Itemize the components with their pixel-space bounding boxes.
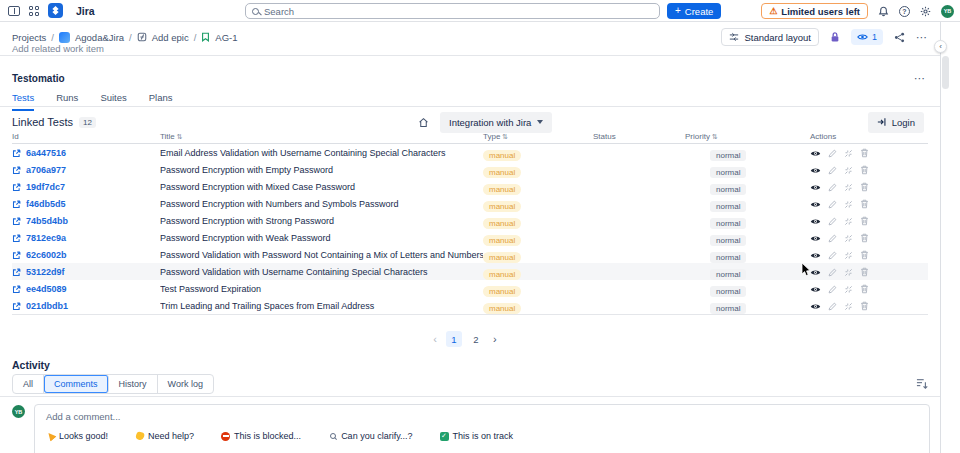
delete-trash-icon[interactable] bbox=[860, 301, 869, 311]
tab-runs[interactable]: Runs bbox=[56, 92, 78, 111]
test-id-link[interactable]: 74b5d4bb bbox=[26, 216, 68, 226]
breadcrumb-projects[interactable]: Projects bbox=[12, 32, 46, 43]
external-link-icon[interactable] bbox=[12, 251, 21, 260]
tab-history[interactable]: History bbox=[109, 375, 158, 393]
edit-pencil-icon[interactable] bbox=[828, 166, 837, 175]
external-link-icon[interactable] bbox=[12, 217, 21, 226]
test-id-link[interactable]: ee4d5089 bbox=[26, 284, 67, 294]
external-link-icon[interactable] bbox=[12, 200, 21, 209]
unlink-icon[interactable] bbox=[844, 268, 853, 277]
quick-reply-blocked[interactable]: This is blocked... bbox=[221, 431, 301, 441]
pagination-next-icon[interactable]: › bbox=[490, 333, 500, 345]
jira-logo[interactable] bbox=[48, 3, 63, 18]
delete-trash-icon[interactable] bbox=[860, 250, 869, 260]
test-id-link[interactable]: 62c6002b bbox=[26, 250, 67, 260]
edit-pencil-icon[interactable] bbox=[828, 302, 837, 311]
pagination-page-1[interactable]: 1 bbox=[446, 331, 462, 347]
external-link-icon[interactable] bbox=[12, 285, 21, 294]
unlink-icon[interactable] bbox=[844, 251, 853, 260]
delete-trash-icon[interactable] bbox=[860, 182, 869, 192]
external-link-icon[interactable] bbox=[12, 149, 21, 158]
user-avatar[interactable]: YB bbox=[941, 5, 954, 18]
tab-plans[interactable]: Plans bbox=[149, 92, 173, 111]
more-actions-icon[interactable]: ⋯ bbox=[916, 31, 928, 44]
edit-pencil-icon[interactable] bbox=[828, 251, 837, 260]
edit-pencil-icon[interactable] bbox=[828, 183, 837, 192]
view-eye-icon[interactable] bbox=[810, 166, 821, 175]
tab-comments[interactable]: Comments bbox=[44, 375, 109, 393]
test-id-link[interactable]: 6a447516 bbox=[26, 148, 66, 158]
view-eye-icon[interactable] bbox=[810, 234, 821, 243]
unlink-icon[interactable] bbox=[844, 183, 853, 192]
col-title[interactable]: Title⇅ bbox=[160, 132, 483, 141]
delete-trash-icon[interactable] bbox=[860, 233, 869, 243]
edit-pencil-icon[interactable] bbox=[828, 200, 837, 209]
unlink-icon[interactable] bbox=[844, 200, 853, 209]
external-link-icon[interactable] bbox=[12, 166, 21, 175]
edit-pencil-icon[interactable] bbox=[828, 285, 837, 294]
col-priority[interactable]: Priority⇅ bbox=[685, 132, 810, 141]
app-switcher-icon[interactable] bbox=[29, 6, 39, 16]
delete-trash-icon[interactable] bbox=[860, 267, 869, 277]
delete-trash-icon[interactable] bbox=[860, 199, 869, 209]
watchers-button[interactable]: 1 bbox=[851, 29, 883, 45]
help-icon[interactable]: ? bbox=[899, 6, 910, 17]
unlink-icon[interactable] bbox=[844, 285, 853, 294]
edit-pencil-icon[interactable] bbox=[828, 149, 837, 158]
view-eye-icon[interactable] bbox=[810, 285, 821, 294]
bell-icon[interactable] bbox=[878, 6, 889, 17]
delete-trash-icon[interactable] bbox=[860, 284, 869, 294]
create-button[interactable]: + Create bbox=[667, 3, 721, 19]
limited-users-button[interactable]: ⚠ Limited users left bbox=[761, 3, 868, 19]
login-button[interactable]: Login bbox=[868, 112, 924, 133]
tab-suites[interactable]: Suites bbox=[100, 92, 126, 111]
breadcrumb-project[interactable]: Agoda&Jira bbox=[75, 32, 124, 43]
external-link-icon[interactable] bbox=[12, 234, 21, 243]
edit-pencil-icon[interactable] bbox=[828, 268, 837, 277]
unlink-icon[interactable] bbox=[844, 234, 853, 243]
test-id-link[interactable]: 19df7dc7 bbox=[26, 182, 65, 192]
gear-icon[interactable] bbox=[920, 6, 931, 17]
view-eye-icon[interactable] bbox=[810, 268, 821, 277]
col-id[interactable]: Id bbox=[12, 132, 160, 141]
test-id-link[interactable]: 53122d9f bbox=[26, 267, 65, 277]
newest-first-sort-icon[interactable] bbox=[916, 378, 928, 389]
view-eye-icon[interactable] bbox=[810, 149, 821, 158]
view-eye-icon[interactable] bbox=[810, 251, 821, 260]
col-status[interactable]: Status bbox=[593, 132, 685, 141]
unlink-icon[interactable] bbox=[844, 166, 853, 175]
quick-reply-clarify[interactable]: Can you clarify...? bbox=[328, 431, 412, 441]
pagination-prev-icon[interactable]: ‹ bbox=[430, 333, 440, 345]
quick-reply-looks-good[interactable]: Looks good! bbox=[46, 431, 108, 441]
search-input[interactable]: Search bbox=[245, 3, 660, 19]
external-link-icon[interactable] bbox=[12, 302, 21, 311]
testomatio-more-icon[interactable]: ⋯ bbox=[914, 72, 926, 85]
breadcrumb-add-epic[interactable]: Add epic bbox=[152, 32, 189, 43]
tab-work-log[interactable]: Work log bbox=[158, 375, 213, 393]
unlink-icon[interactable] bbox=[844, 302, 853, 311]
tab-all[interactable]: All bbox=[13, 375, 44, 393]
view-eye-icon[interactable] bbox=[810, 302, 821, 311]
test-id-link[interactable]: a706a977 bbox=[26, 165, 66, 175]
collapse-panel-icon[interactable]: ‹ bbox=[934, 40, 947, 53]
external-link-icon[interactable] bbox=[12, 268, 21, 277]
delete-trash-icon[interactable] bbox=[860, 148, 869, 158]
edit-pencil-icon[interactable] bbox=[828, 217, 837, 226]
view-eye-icon[interactable] bbox=[810, 183, 821, 192]
integration-dropdown[interactable]: Integration with Jira bbox=[440, 112, 552, 133]
standard-layout-button[interactable]: Standard layout bbox=[721, 28, 819, 46]
sidebar-toggle-icon[interactable] bbox=[8, 6, 20, 16]
external-link-icon[interactable] bbox=[12, 183, 21, 192]
home-icon[interactable] bbox=[418, 117, 429, 128]
view-eye-icon[interactable] bbox=[810, 200, 821, 209]
test-id-link[interactable]: 7812ec9a bbox=[26, 233, 66, 243]
delete-trash-icon[interactable] bbox=[860, 165, 869, 175]
tab-tests[interactable]: Tests bbox=[12, 92, 34, 111]
view-eye-icon[interactable] bbox=[810, 217, 821, 226]
quick-reply-on-track[interactable]: ✓ This is on track bbox=[440, 431, 514, 441]
scrollbar-thumb[interactable] bbox=[942, 56, 949, 89]
edit-pencil-icon[interactable] bbox=[828, 234, 837, 243]
unlink-icon[interactable] bbox=[844, 217, 853, 226]
delete-trash-icon[interactable] bbox=[860, 216, 869, 226]
test-id-link[interactable]: f46db5d5 bbox=[26, 199, 66, 209]
